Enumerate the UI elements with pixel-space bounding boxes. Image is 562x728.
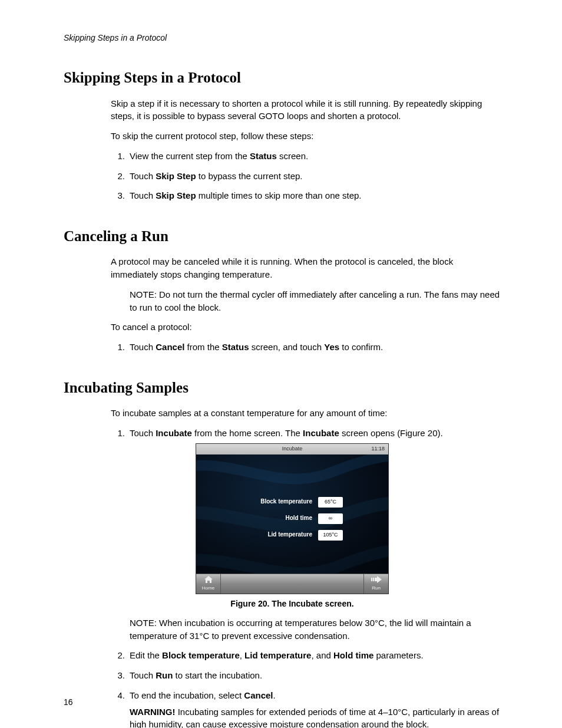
step-list: 1. View the current step from the Status… <box>111 150 500 202</box>
step-text: Touch Incubate from the home screen. The… <box>130 427 500 643</box>
list-item: 2. Touch Skip Step to bypass the current… <box>111 170 500 183</box>
hold-time-field[interactable]: ∞ <box>318 513 343 524</box>
note: NOTE: Do not turn the thermal cycler off… <box>130 288 500 314</box>
toolbar-spacer <box>221 574 363 594</box>
step-number: 1. <box>111 427 130 643</box>
paragraph: To incubate samples at a constant temper… <box>111 407 500 420</box>
param-label: Lid temperature <box>242 531 312 539</box>
step-text: View the current step from the Status sc… <box>130 150 500 163</box>
paragraph: To skip the current protocol step, follo… <box>111 130 500 143</box>
figure: Incubate 11:18 Block temperat <box>196 443 389 610</box>
list-item: 1. Touch Incubate from the home screen. … <box>111 427 500 643</box>
screen-title: Incubate <box>282 445 303 453</box>
heading-canceling: Canceling a Run <box>64 226 500 247</box>
clock: 11:18 <box>371 445 385 453</box>
param-row: Hold time ∞ <box>242 513 343 524</box>
list-item: 2. Edit the Block temperature, Lid tempe… <box>111 649 500 662</box>
step-number: 3. <box>111 189 130 202</box>
step-text: Touch Cancel from the Status screen, and… <box>130 341 500 354</box>
running-header: Skipping Steps in a Protocol <box>64 32 500 44</box>
step-list: 1. Touch Cancel from the Status screen, … <box>111 341 500 354</box>
svg-rect-0 <box>371 578 372 581</box>
paragraph: To cancel a protocol: <box>111 321 500 334</box>
step-text: Touch Skip Step to bypass the current st… <box>130 170 500 183</box>
param-label: Hold time <box>242 514 312 523</box>
list-item: 3. Touch Skip Step multiple times to ski… <box>111 189 500 202</box>
step-number: 2. <box>111 170 130 183</box>
screen-body: Block temperature 65°C Hold time ∞ Lid t… <box>196 454 388 574</box>
param-row: Lid temperature 105°C <box>242 530 343 541</box>
heading-incubating: Incubating Samples <box>64 377 500 398</box>
list-item: 3. Touch Run to start the incubation. <box>111 669 500 682</box>
button-label: Home <box>202 585 214 592</box>
incubate-screen: Incubate 11:18 Block temperat <box>196 443 389 594</box>
home-icon <box>204 576 213 584</box>
step-number: 3. <box>111 669 130 682</box>
screen-toolbar: Home Run <box>196 574 388 594</box>
step-number: 4. <box>111 689 130 728</box>
list-item: 1. View the current step from the Status… <box>111 150 500 163</box>
button-label: Run <box>372 585 381 592</box>
param-label: Block temperature <box>242 498 312 506</box>
note: NOTE: When incubation is occurring at te… <box>130 617 500 643</box>
step-text: Edit the Block temperature, Lid temperat… <box>130 649 500 662</box>
lid-temperature-field[interactable]: 105°C <box>318 530 343 541</box>
heading-skipping: Skipping Steps in a Protocol <box>64 67 500 88</box>
page-number: 16 <box>64 696 73 708</box>
step-text: Touch Skip Step multiple times to skip m… <box>130 189 500 202</box>
screen-titlebar: Incubate 11:18 <box>196 444 388 454</box>
step-text: To end the incubation, select Cancel. WA… <box>130 689 500 728</box>
warning: WARNING! Incubating samples for extended… <box>130 706 500 728</box>
paragraph: Skip a step if it is necessary to shorte… <box>111 97 500 123</box>
figure-caption: Figure 20. The Incubate screen. <box>196 598 389 610</box>
paragraph: A protocol may be canceled while it is r… <box>111 255 500 281</box>
run-arrow-icon <box>371 576 382 584</box>
block-temperature-field[interactable]: 65°C <box>318 497 343 508</box>
home-button[interactable]: Home <box>196 574 221 594</box>
list-item: 1. Touch Cancel from the Status screen, … <box>111 341 500 354</box>
step-text: Touch Run to start the incubation. <box>130 669 500 682</box>
step-list: 1. Touch Incubate from the home screen. … <box>111 427 500 728</box>
list-item: 4. To end the incubation, select Cancel.… <box>111 689 500 728</box>
step-number: 2. <box>111 649 130 662</box>
svg-rect-1 <box>373 578 374 581</box>
run-button[interactable]: Run <box>363 574 388 594</box>
param-row: Block temperature 65°C <box>242 497 343 508</box>
step-number: 1. <box>111 150 130 163</box>
step-number: 1. <box>111 341 130 354</box>
